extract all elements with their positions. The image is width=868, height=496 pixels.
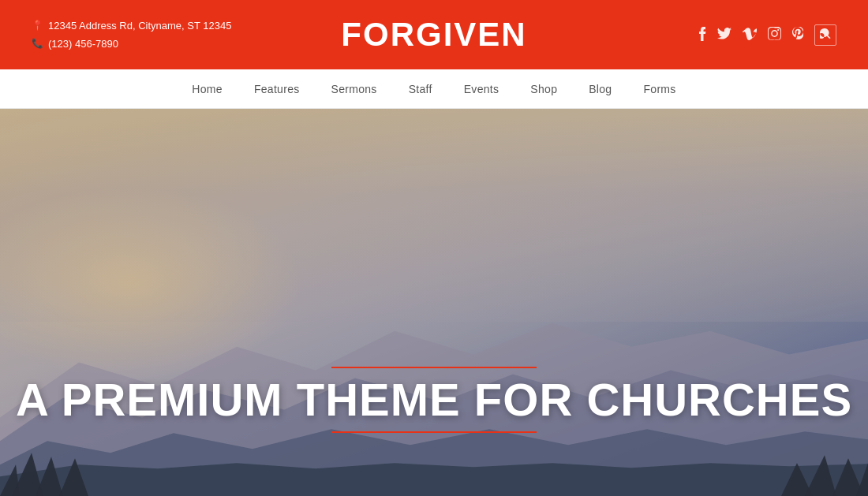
phone-icon: 📞 (32, 35, 43, 53)
twitter-icon[interactable] (717, 28, 731, 42)
main-nav: Home Features Sermons Staff Events Shop … (192, 83, 675, 95)
instagram-icon[interactable] (768, 27, 781, 43)
top-bar: 📍 12345 Address Rd, Cityname, ST 12345 📞… (0, 0, 868, 69)
nav-home[interactable]: Home (192, 83, 223, 95)
nav-staff[interactable]: Staff (409, 83, 432, 95)
nav-blog[interactable]: Blog (589, 83, 612, 95)
nav-bar: Home Features Sermons Staff Events Shop … (0, 69, 868, 109)
nav-features[interactable]: Features (254, 83, 300, 95)
contact-info: 📍 12345 Address Rd, Cityname, ST 12345 📞… (32, 17, 231, 54)
address-text: 12345 Address Rd, Cityname, ST 12345 (48, 17, 231, 35)
hero-line-bottom (331, 431, 537, 433)
hero-line-top (331, 367, 537, 368)
hero-title: A PREMIUM THEME FOR CHURCHES (16, 375, 852, 425)
vimeo-icon[interactable] (743, 28, 757, 43)
nav-sermons[interactable]: Sermons (331, 83, 377, 95)
nav-events[interactable]: Events (464, 83, 499, 95)
facebook-icon[interactable] (698, 27, 706, 43)
nav-forms[interactable]: Forms (643, 83, 675, 95)
location-icon: 📍 (32, 17, 43, 35)
search-button[interactable] (814, 24, 836, 46)
social-icons (698, 24, 836, 46)
hero-overlay (0, 109, 868, 496)
phone-text: (123) 456-7890 (48, 35, 118, 53)
site-title: FORGIVEN (341, 16, 526, 54)
nav-shop[interactable]: Shop (530, 83, 557, 95)
phone-line: 📞 (123) 456-7890 (32, 35, 231, 53)
pinterest-icon[interactable] (792, 27, 803, 43)
address-line: 📍 12345 Address Rd, Cityname, ST 12345 (32, 17, 231, 35)
hero-section: A PREMIUM THEME FOR CHURCHES (0, 109, 868, 496)
hero-content: A PREMIUM THEME FOR CHURCHES (16, 367, 852, 433)
